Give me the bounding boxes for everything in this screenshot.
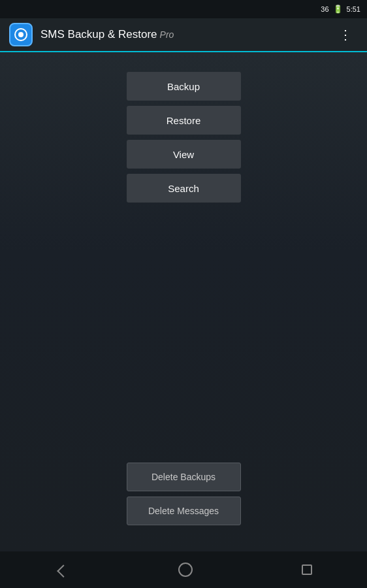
top-buttons-group: Backup Restore View Search (127, 72, 241, 203)
overflow-menu-button[interactable]: ⋮ (334, 24, 358, 45)
recents-nav-button[interactable] (289, 559, 325, 580)
back-arrow-icon (55, 563, 69, 577)
time-display: 5:51 (347, 5, 360, 13)
bottom-buttons-group: Delete Backups Delete Messages (127, 463, 241, 525)
delete-backups-button[interactable]: Delete Backups (127, 463, 241, 491)
home-icon (178, 563, 193, 577)
title-bar: SMS Backup & RestorePro ⋮ (0, 18, 367, 52)
main-content: Backup Restore View Search Delete Backup… (0, 52, 367, 551)
app-icon (9, 23, 33, 46)
recents-icon (302, 564, 312, 575)
restore-button[interactable]: Restore (127, 106, 241, 135)
back-nav-button[interactable] (42, 557, 82, 582)
app-name-text: SMS Backup & Restore (40, 28, 157, 41)
nav-bar (0, 551, 367, 588)
signal-indicator: 36 (321, 5, 328, 13)
battery-icon: 🔋 (333, 5, 343, 14)
view-button[interactable]: View (127, 140, 241, 169)
home-nav-button[interactable] (165, 557, 206, 582)
status-bar: 36 🔋 5:51 (0, 0, 367, 18)
delete-messages-button[interactable]: Delete Messages (127, 497, 241, 525)
pro-label: Pro (160, 29, 174, 40)
title-left: SMS Backup & RestorePro (9, 23, 174, 46)
app-title: SMS Backup & RestorePro (40, 28, 174, 41)
backup-button[interactable]: Backup (127, 72, 241, 101)
search-button[interactable]: Search (127, 174, 241, 203)
app-icon-inner (14, 28, 27, 41)
